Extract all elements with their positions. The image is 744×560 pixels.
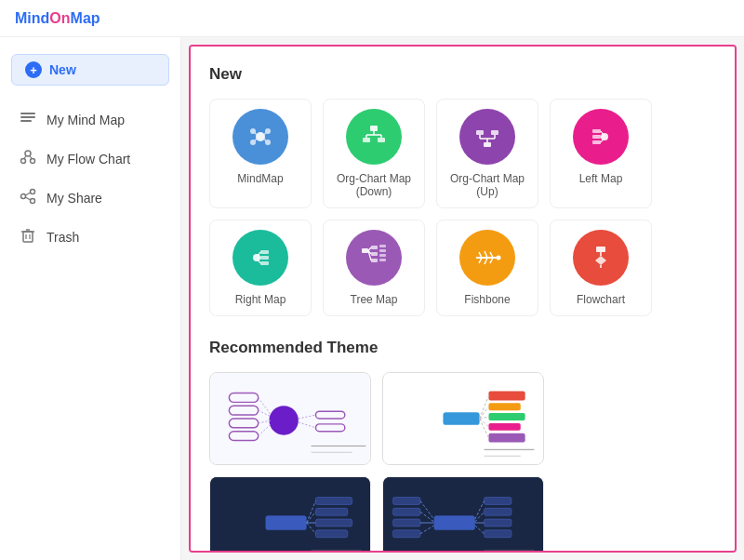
sidebar-item-my-share[interactable]: My Share (0, 179, 180, 218)
app-container: MindOnMap + New My Mind Map (0, 0, 744, 560)
svg-rect-110 (266, 515, 307, 530)
svg-rect-35 (476, 130, 484, 135)
sidebar-item-my-mind-map[interactable]: My Mind Map (0, 100, 180, 140)
trash-icon (19, 227, 37, 247)
svg-line-27 (264, 139, 266, 141)
theme-preview-3 (210, 477, 370, 553)
map-item-flowchart[interactable]: Flowchart (550, 220, 652, 316)
svg-point-74 (497, 256, 501, 260)
theme-preview-2 (383, 373, 543, 464)
svg-rect-112 (315, 508, 347, 515)
svg-rect-58 (371, 252, 378, 256)
new-button[interactable]: + New (11, 54, 169, 86)
map-item-mindmap[interactable]: MindMap (209, 99, 312, 208)
svg-rect-75 (596, 247, 605, 252)
svg-rect-51 (260, 256, 269, 260)
svg-rect-45 (592, 140, 601, 144)
svg-line-11 (25, 193, 30, 195)
mindmap-label: MindMap (237, 172, 283, 185)
sidebar-item-trash[interactable]: Trash (0, 218, 180, 257)
theme-item-4[interactable] (382, 476, 544, 553)
new-button-label: New (49, 62, 76, 77)
svg-rect-96 (443, 412, 479, 425)
svg-rect-129 (485, 519, 512, 527)
svg-rect-36 (491, 130, 498, 135)
logo: MindOnMap (15, 10, 100, 27)
main-layout: + New My Mind Map (0, 37, 744, 560)
svg-line-24 (255, 133, 257, 136)
svg-rect-62 (379, 254, 386, 257)
svg-rect-52 (260, 261, 269, 265)
theme-item-3[interactable] (209, 476, 371, 553)
map-item-left-map[interactable]: Left Map (550, 99, 652, 208)
svg-rect-56 (362, 248, 368, 253)
map-item-right-map[interactable]: Right Map (209, 220, 312, 316)
svg-rect-29 (363, 138, 370, 142)
left-map-label: Left Map (579, 172, 623, 185)
sidebar-label-my-mind-map: My Mind Map (46, 113, 125, 127)
sidebar-item-my-flow-chart[interactable]: My Flow Chart (0, 140, 180, 179)
svg-line-6 (24, 156, 26, 159)
svg-line-71 (485, 258, 487, 264)
svg-point-9 (21, 194, 26, 199)
svg-point-5 (31, 159, 35, 164)
svg-line-7 (30, 156, 32, 159)
flow-chart-icon (19, 149, 37, 169)
svg-rect-124 (393, 519, 420, 527)
map-item-tree-map[interactable]: Tree Map (323, 220, 425, 316)
svg-rect-123 (393, 508, 420, 515)
right-map-icon (232, 230, 288, 286)
left-map-icon (573, 109, 629, 165)
svg-point-19 (256, 132, 265, 141)
map-item-fishbone[interactable]: Fishbone (436, 220, 538, 316)
svg-rect-60 (379, 245, 386, 247)
svg-point-3 (25, 151, 31, 156)
map-item-org-up[interactable]: Org-Chart Map (Up) (436, 99, 538, 208)
org-up-label: Org-Chart Map (Up) (448, 172, 526, 198)
svg-rect-37 (484, 142, 491, 147)
svg-marker-76 (595, 256, 606, 265)
svg-line-64 (368, 247, 371, 251)
svg-rect-2 (20, 120, 32, 122)
svg-rect-61 (379, 249, 386, 252)
svg-rect-0 (20, 113, 35, 114)
svg-rect-28 (370, 126, 378, 131)
share-icon (19, 188, 37, 208)
sidebar: + New My Mind Map (0, 37, 181, 560)
svg-point-8 (31, 190, 35, 194)
svg-rect-43 (592, 129, 601, 133)
svg-line-26 (255, 139, 257, 141)
svg-rect-44 (592, 135, 601, 139)
mindmap-icon (232, 109, 288, 165)
svg-point-10 (31, 199, 35, 204)
org-up-icon (459, 109, 515, 165)
sidebar-label-trash: Trash (46, 230, 79, 245)
fishbone-label: Fishbone (464, 293, 510, 306)
svg-line-25 (264, 133, 266, 136)
svg-line-12 (25, 197, 30, 200)
flowchart-label: Flowchart (577, 293, 625, 306)
svg-point-4 (21, 159, 26, 164)
svg-rect-50 (260, 250, 269, 254)
svg-line-70 (485, 251, 487, 258)
org-down-icon (346, 109, 402, 165)
svg-rect-127 (485, 498, 512, 505)
svg-rect-57 (371, 246, 378, 249)
svg-rect-99 (488, 413, 525, 420)
map-items-grid: MindMap O (209, 99, 716, 316)
theme-item-1[interactable] (209, 372, 371, 465)
svg-point-80 (269, 406, 298, 434)
svg-rect-59 (371, 259, 378, 262)
svg-rect-128 (485, 508, 512, 515)
svg-rect-114 (315, 530, 347, 538)
svg-rect-126 (434, 515, 475, 530)
theme-item-2[interactable] (382, 372, 544, 465)
new-section-title: New (209, 65, 716, 84)
svg-rect-113 (315, 519, 352, 527)
logo-text: MindOnMap (15, 10, 100, 27)
svg-rect-122 (393, 498, 420, 505)
right-map-label: Right Map (235, 293, 286, 306)
svg-rect-1 (20, 116, 35, 118)
map-item-org-down[interactable]: Org-Chart Map(Down) (323, 99, 425, 208)
mind-map-icon (19, 110, 37, 130)
